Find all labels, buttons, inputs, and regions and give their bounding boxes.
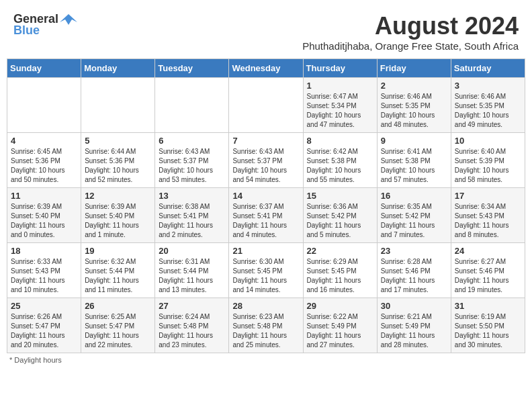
day-number: 28 bbox=[232, 301, 299, 311]
day-info: Sunrise: 6:28 AM Sunset: 5:46 PM Dayligh… bbox=[381, 257, 447, 295]
page-title: August 2024 bbox=[302, 12, 519, 40]
calendar-cell: 13Sunrise: 6:38 AM Sunset: 5:41 PM Dayli… bbox=[155, 188, 229, 243]
calendar-cell bbox=[7, 78, 81, 133]
day-info: Sunrise: 6:24 AM Sunset: 5:48 PM Dayligh… bbox=[159, 312, 225, 350]
day-number: 17 bbox=[455, 191, 521, 201]
calendar-cell: 10Sunrise: 6:40 AM Sunset: 5:39 PM Dayli… bbox=[451, 133, 525, 188]
calendar-cell: 19Sunrise: 6:32 AM Sunset: 5:44 PM Dayli… bbox=[81, 243, 155, 298]
calendar-cell: 3Sunrise: 6:46 AM Sunset: 5:35 PM Daylig… bbox=[451, 78, 525, 133]
day-info: Sunrise: 6:40 AM Sunset: 5:39 PM Dayligh… bbox=[455, 147, 521, 185]
calendar-week-row: 11Sunrise: 6:39 AM Sunset: 5:40 PM Dayli… bbox=[7, 188, 525, 243]
day-info: Sunrise: 6:25 AM Sunset: 5:47 PM Dayligh… bbox=[85, 312, 151, 350]
day-number: 23 bbox=[381, 246, 447, 256]
calendar-cell: 12Sunrise: 6:39 AM Sunset: 5:40 PM Dayli… bbox=[81, 188, 155, 243]
calendar-cell: 9Sunrise: 6:41 AM Sunset: 5:38 PM Daylig… bbox=[377, 133, 451, 188]
day-number: 27 bbox=[159, 301, 225, 311]
header: General Blue August 2024 Phuthaditjhaba,… bbox=[7, 7, 525, 54]
calendar-cell bbox=[229, 78, 303, 133]
calendar-cell: 5Sunrise: 6:44 AM Sunset: 5:36 PM Daylig… bbox=[81, 133, 155, 188]
title-block: August 2024 Phuthaditjhaba, Orange Free … bbox=[302, 12, 519, 52]
calendar-cell: 28Sunrise: 6:23 AM Sunset: 5:48 PM Dayli… bbox=[229, 298, 303, 353]
day-info: Sunrise: 6:29 AM Sunset: 5:45 PM Dayligh… bbox=[307, 257, 373, 295]
day-info: Sunrise: 6:37 AM Sunset: 5:41 PM Dayligh… bbox=[232, 202, 299, 240]
day-number: 9 bbox=[381, 136, 447, 146]
calendar-cell: 20Sunrise: 6:31 AM Sunset: 5:44 PM Dayli… bbox=[155, 243, 229, 298]
calendar-cell: 7Sunrise: 6:43 AM Sunset: 5:37 PM Daylig… bbox=[229, 133, 303, 188]
day-info: Sunrise: 6:38 AM Sunset: 5:41 PM Dayligh… bbox=[159, 202, 225, 240]
day-number: 7 bbox=[232, 136, 299, 146]
day-info: Sunrise: 6:31 AM Sunset: 5:44 PM Dayligh… bbox=[159, 257, 225, 295]
day-info: Sunrise: 6:45 AM Sunset: 5:36 PM Dayligh… bbox=[11, 147, 77, 185]
day-info: Sunrise: 6:46 AM Sunset: 5:35 PM Dayligh… bbox=[381, 92, 447, 130]
day-info: Sunrise: 6:33 AM Sunset: 5:43 PM Dayligh… bbox=[11, 257, 77, 295]
day-info: Sunrise: 6:23 AM Sunset: 5:48 PM Dayligh… bbox=[232, 312, 299, 350]
calendar-header-friday: Friday bbox=[377, 59, 451, 78]
calendar-cell: 14Sunrise: 6:37 AM Sunset: 5:41 PM Dayli… bbox=[229, 188, 303, 243]
calendar-cell: 27Sunrise: 6:24 AM Sunset: 5:48 PM Dayli… bbox=[155, 298, 229, 353]
day-info: Sunrise: 6:46 AM Sunset: 5:35 PM Dayligh… bbox=[455, 92, 521, 130]
day-number: 29 bbox=[307, 301, 373, 311]
day-info: Sunrise: 6:19 AM Sunset: 5:50 PM Dayligh… bbox=[455, 312, 521, 350]
page-subtitle: Phuthaditjhaba, Orange Free State, South… bbox=[302, 40, 519, 52]
day-info: Sunrise: 6:27 AM Sunset: 5:46 PM Dayligh… bbox=[455, 257, 521, 295]
day-number: 19 bbox=[85, 246, 151, 256]
calendar-header-sunday: Sunday bbox=[7, 59, 81, 78]
day-number: 2 bbox=[381, 81, 447, 91]
calendar-header-thursday: Thursday bbox=[303, 59, 377, 78]
day-number: 5 bbox=[85, 136, 151, 146]
day-info: Sunrise: 6:41 AM Sunset: 5:38 PM Dayligh… bbox=[381, 147, 447, 185]
footer-note: * Daylight hours bbox=[7, 356, 525, 364]
day-number: 18 bbox=[11, 246, 77, 256]
calendar-cell: 25Sunrise: 6:26 AM Sunset: 5:47 PM Dayli… bbox=[7, 298, 81, 353]
day-number: 20 bbox=[159, 246, 225, 256]
calendar-cell: 24Sunrise: 6:27 AM Sunset: 5:46 PM Dayli… bbox=[451, 243, 525, 298]
day-number: 10 bbox=[455, 136, 521, 146]
day-number: 21 bbox=[232, 246, 299, 256]
day-number: 11 bbox=[11, 191, 77, 201]
day-info: Sunrise: 6:43 AM Sunset: 5:37 PM Dayligh… bbox=[232, 147, 299, 185]
calendar-cell: 16Sunrise: 6:35 AM Sunset: 5:42 PM Dayli… bbox=[377, 188, 451, 243]
calendar-cell: 22Sunrise: 6:29 AM Sunset: 5:45 PM Dayli… bbox=[303, 243, 377, 298]
calendar-cell: 4Sunrise: 6:45 AM Sunset: 5:36 PM Daylig… bbox=[7, 133, 81, 188]
calendar-cell bbox=[155, 78, 229, 133]
day-number: 16 bbox=[381, 191, 447, 201]
day-number: 26 bbox=[85, 301, 151, 311]
calendar-header-wednesday: Wednesday bbox=[229, 59, 303, 78]
day-info: Sunrise: 6:21 AM Sunset: 5:49 PM Dayligh… bbox=[381, 312, 447, 350]
day-number: 14 bbox=[232, 191, 299, 201]
calendar-header-row: SundayMondayTuesdayWednesdayThursdayFrid… bbox=[7, 59, 525, 78]
day-info: Sunrise: 6:30 AM Sunset: 5:45 PM Dayligh… bbox=[232, 257, 299, 295]
day-number: 8 bbox=[307, 136, 373, 146]
calendar-header-tuesday: Tuesday bbox=[155, 59, 229, 78]
day-info: Sunrise: 6:35 AM Sunset: 5:42 PM Dayligh… bbox=[381, 202, 447, 240]
day-info: Sunrise: 6:44 AM Sunset: 5:36 PM Dayligh… bbox=[85, 147, 151, 185]
calendar-header-saturday: Saturday bbox=[451, 59, 525, 78]
calendar-cell: 11Sunrise: 6:39 AM Sunset: 5:40 PM Dayli… bbox=[7, 188, 81, 243]
day-number: 1 bbox=[307, 81, 373, 91]
day-info: Sunrise: 6:39 AM Sunset: 5:40 PM Dayligh… bbox=[85, 202, 151, 240]
logo-bird-icon bbox=[60, 13, 77, 26]
calendar-cell: 23Sunrise: 6:28 AM Sunset: 5:46 PM Dayli… bbox=[377, 243, 451, 298]
calendar-table: SundayMondayTuesdayWednesdayThursdayFrid… bbox=[7, 58, 525, 353]
logo: General Blue bbox=[13, 12, 77, 38]
day-number: 15 bbox=[307, 191, 373, 201]
day-number: 3 bbox=[455, 81, 521, 91]
day-info: Sunrise: 6:42 AM Sunset: 5:38 PM Dayligh… bbox=[307, 147, 373, 185]
calendar-cell: 29Sunrise: 6:22 AM Sunset: 5:49 PM Dayli… bbox=[303, 298, 377, 353]
day-number: 22 bbox=[307, 246, 373, 256]
calendar-week-row: 25Sunrise: 6:26 AM Sunset: 5:47 PM Dayli… bbox=[7, 298, 525, 353]
calendar-cell: 15Sunrise: 6:36 AM Sunset: 5:42 PM Dayli… bbox=[303, 188, 377, 243]
day-number: 12 bbox=[85, 191, 151, 201]
day-number: 30 bbox=[381, 301, 447, 311]
day-info: Sunrise: 6:26 AM Sunset: 5:47 PM Dayligh… bbox=[11, 312, 77, 350]
calendar-cell: 31Sunrise: 6:19 AM Sunset: 5:50 PM Dayli… bbox=[451, 298, 525, 353]
calendar-cell: 30Sunrise: 6:21 AM Sunset: 5:49 PM Dayli… bbox=[377, 298, 451, 353]
day-info: Sunrise: 6:47 AM Sunset: 5:34 PM Dayligh… bbox=[307, 92, 373, 130]
calendar-cell: 18Sunrise: 6:33 AM Sunset: 5:43 PM Dayli… bbox=[7, 243, 81, 298]
day-number: 24 bbox=[455, 246, 521, 256]
day-number: 13 bbox=[159, 191, 225, 201]
calendar-cell: 2Sunrise: 6:46 AM Sunset: 5:35 PM Daylig… bbox=[377, 78, 451, 133]
calendar-week-row: 18Sunrise: 6:33 AM Sunset: 5:43 PM Dayli… bbox=[7, 243, 525, 298]
day-number: 6 bbox=[159, 136, 225, 146]
day-info: Sunrise: 6:32 AM Sunset: 5:44 PM Dayligh… bbox=[85, 257, 151, 295]
